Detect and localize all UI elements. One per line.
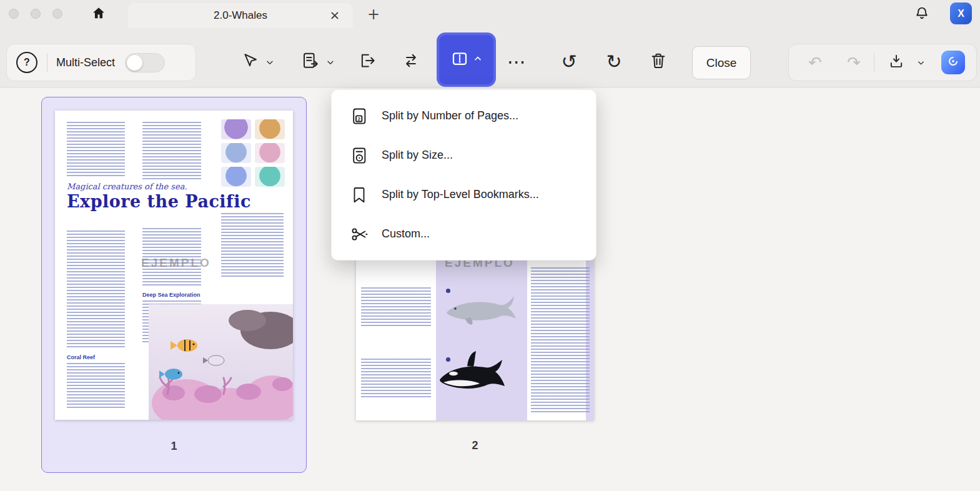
app-window: 2.0-Whales × + X ? Multi-Select: [0, 0, 980, 491]
document-actions-group: ↶ ↷: [788, 44, 977, 81]
split-custom-icon: [349, 224, 369, 244]
tab-title: 2.0-Whales: [214, 9, 267, 22]
window-zoom-button[interactable]: [52, 9, 62, 19]
page-1-preview: Magical creatures of the sea. Explore th…: [55, 111, 293, 420]
split-by-size-icon: [349, 146, 369, 166]
notifications-button[interactable]: [912, 4, 932, 24]
new-tab-button[interactable]: +: [364, 5, 383, 24]
toolbar: ? Multi-Select: [0, 28, 980, 87]
cursor-icon: [241, 52, 259, 72]
divider: [874, 53, 874, 72]
replace-icon: [402, 51, 420, 72]
split-by-pages-icon: 2: [349, 106, 369, 126]
rotate-right-button[interactable]: ↻: [600, 48, 628, 76]
bell-icon: [914, 5, 930, 24]
page1-heading-coral: Coral Reef: [67, 354, 95, 360]
page1-title: Explore the Pacific: [67, 192, 251, 211]
export-pages-button[interactable]: [354, 48, 381, 76]
split-icon: [450, 49, 469, 71]
coral-illustration: [221, 167, 251, 187]
save-icon: [888, 52, 905, 72]
undo-button[interactable]: ↶: [800, 44, 830, 81]
menu-item-split-by-size[interactable]: Split by Size...: [332, 136, 596, 175]
tab-2-0-whales[interactable]: 2.0-Whales ×: [128, 3, 353, 28]
chevron-down-icon[interactable]: [265, 57, 275, 67]
help-button[interactable]: ?: [16, 52, 37, 73]
close-button[interactable]: Close: [692, 46, 751, 79]
menu-item-split-custom[interactable]: Custom...: [332, 214, 596, 254]
menu-item-label: Split by Size...: [382, 149, 453, 162]
extract-pages-button[interactable]: [297, 48, 324, 76]
coral-illustration-grid: [221, 119, 285, 187]
orca-illustration: [435, 347, 510, 403]
multi-select-label: Multi-Select: [56, 56, 115, 69]
page1-heading-deep-sea: Deep Sea Exploration: [142, 292, 200, 298]
text-block: [221, 213, 284, 279]
page-number-label: 2: [356, 439, 594, 452]
window-minimize-button[interactable]: [31, 9, 41, 19]
delete-page-button[interactable]: [645, 48, 672, 76]
text-block: [361, 359, 431, 397]
coral-illustration: [255, 143, 285, 163]
ai-assistant-button[interactable]: [941, 51, 965, 74]
ai-sparkle-icon: [946, 54, 961, 71]
text-block: [67, 231, 125, 349]
text-block: [361, 287, 431, 326]
save-button[interactable]: [883, 44, 910, 81]
menu-item-split-by-number-of-pages[interactable]: 2 Split by Number of Pages...: [332, 96, 596, 136]
extract-pages-icon: [301, 51, 320, 72]
export-icon: [358, 51, 377, 72]
redo-button[interactable]: ↷: [839, 44, 869, 81]
home-button[interactable]: [87, 3, 110, 26]
menu-item-label: Custom...: [382, 227, 430, 241]
window-close-button[interactable]: [9, 9, 19, 19]
chevron-down-icon[interactable]: [325, 57, 335, 67]
home-icon: [91, 5, 107, 24]
coral-illustration: [221, 143, 251, 163]
titlebar: 2.0-Whales × + X: [0, 0, 980, 28]
text-block: [67, 122, 125, 177]
account-avatar[interactable]: X: [950, 2, 972, 24]
chevron-up-icon: [473, 54, 483, 66]
trash-icon: [649, 51, 668, 72]
text-block: [531, 267, 590, 414]
select-tool-button[interactable]: [236, 48, 264, 76]
page1-subtitle: Magical creatures of the sea.: [67, 182, 187, 191]
replace-pages-button[interactable]: [397, 48, 425, 76]
toggle-knob: [127, 55, 142, 71]
rotate-left-button[interactable]: ↺: [555, 48, 583, 76]
split-tool-button[interactable]: [437, 32, 496, 87]
beluga-whale-illustration: [440, 291, 522, 331]
divider: [47, 53, 47, 72]
multi-select-toggle[interactable]: [125, 53, 165, 72]
multi-select-group: ? Multi-Select: [6, 44, 196, 81]
split-by-bookmarks-icon: [349, 185, 369, 205]
coral-illustration: [221, 119, 251, 139]
coral-illustration: [255, 167, 285, 187]
text-block: [142, 122, 201, 179]
more-tools-button[interactable]: ⋯: [503, 48, 530, 76]
watermark: EJEMPLO: [141, 256, 211, 270]
menu-item-split-by-bookmarks[interactable]: Split by Top-Level Bookmarks...: [332, 175, 596, 214]
split-dropdown-menu: 2 Split by Number of Pages... Split by S…: [331, 89, 596, 260]
page-number-label: 1: [42, 440, 306, 453]
page-thumbnail-1[interactable]: Magical creatures of the sea. Explore th…: [41, 97, 307, 473]
menu-item-label: Split by Number of Pages...: [382, 109, 518, 122]
coral-illustration: [255, 119, 285, 139]
coral-reef-photo: [149, 304, 293, 420]
svg-text:2: 2: [358, 116, 360, 121]
save-options-chevron[interactable]: [913, 44, 929, 81]
menu-item-label: Split by Top-Level Bookmarks...: [382, 188, 539, 201]
tab-close-button[interactable]: ×: [327, 7, 343, 23]
text-block: [67, 363, 125, 410]
